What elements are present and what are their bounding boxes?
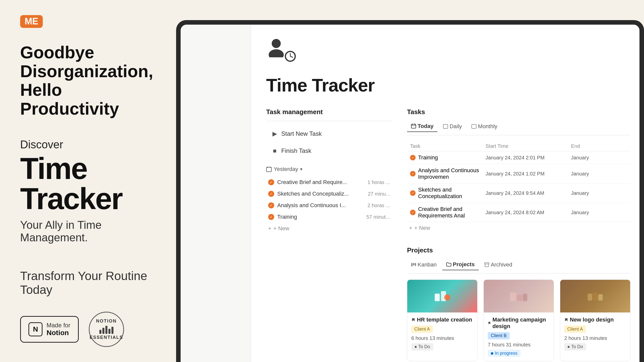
svg-rect-19 [485,264,489,267]
card-client-a2: Client A [564,326,586,333]
chevron-down-icon: ▾ [300,166,302,172]
discover-label: Discover [20,138,156,151]
status-dot [491,352,493,355]
project-card-hr[interactable]: HR template creation Client A 6 hours 13… [407,280,477,361]
made-for-notion-badge: N Made for Notion [20,316,79,343]
card-body-logo: New logo design Client A 2 hours 13 minu… [560,312,630,354]
bookmark-icon [411,318,415,322]
task-duration: 1 horas ... [368,179,390,185]
new-yesterday-button[interactable]: + + New [266,223,392,234]
task-name-cell: Creative Brief and Requirements Anal [418,206,486,219]
bookmark-icon [488,321,491,325]
essentials-notion-text: NOTION [96,319,117,324]
app-header [266,37,624,62]
task-name: Analysis and Continuous I... [277,202,365,209]
avatar-clock-icon [284,50,296,62]
tab-today[interactable]: Today [407,121,437,132]
card-status-hr: ● To Do [411,343,433,350]
projects-grid: HR template creation Client A 6 hours 13… [407,280,630,361]
left-column: Task management ▶ Start New Task ■ Finis… [266,108,392,361]
projects-header: Projects [407,246,630,254]
finish-task-button[interactable]: ■ Finish Task [266,143,392,158]
table-header: Task Start Time End [407,141,630,151]
tab-daily[interactable]: Daily [439,121,466,132]
project-card-logo[interactable]: New logo design Client A 2 hours 13 minu… [560,280,630,361]
archived-label: Archived [491,261,512,268]
left-panel: ME Goodbye Disorganization, Hello Produc… [0,0,176,362]
bookmark-icon [564,318,568,322]
end-time-cell: January [571,171,627,177]
finish-task-label: Finish Task [281,147,311,154]
daily-icon [443,124,448,129]
list-item: ✓ Sketches and Conceptualiz... 27 minu..… [266,188,392,200]
table-row: ✓ Training January 24, 2024 2:01 PM Janu… [407,151,630,164]
check-icon: ✓ [410,171,416,176]
svg-point-22 [444,294,450,300]
tasks-header: Tasks [407,108,630,116]
calendar-icon [266,166,272,172]
task-duration: 27 minu... [368,191,390,197]
tagline: Your Ally in Time Management. [20,219,156,244]
yesterday-header[interactable]: Yesterday ▾ [266,166,392,172]
product-name: Time Tracker [20,153,156,214]
svg-rect-23 [510,292,516,301]
tab-daily-label: Daily [450,123,462,130]
notion-n-icon: N [28,322,43,336]
right-column: Tasks Today [407,108,630,361]
essentials-label: ESSENTIALS [90,335,123,340]
proj-tab-projects[interactable]: Projects [442,259,479,270]
avatar-container [266,37,296,62]
col-start-header: Start Time [486,143,571,149]
start-time-column-label: Start Time [486,143,508,149]
logo-thumb-art [585,289,605,304]
app-title: Time Tracker [266,75,624,96]
svg-rect-25 [523,294,527,301]
task-check-icon: ✓ [268,191,274,197]
svg-rect-24 [517,295,522,301]
list-item: ✓ Analysis and Continuous I... 2 horas .… [266,200,392,211]
play-icon: ▶ [271,130,278,137]
list-item: ✓ Creative Brief and Require... 1 horas … [266,176,392,188]
card-thumbnail-logo [560,280,630,312]
new-task-label: + New [414,225,430,231]
card-hours-hr: 6 hours 13 minutes [411,335,473,341]
card-status-marketing: In progress [488,350,520,357]
proj-tab-archived[interactable]: Archived [480,259,516,270]
svg-rect-16 [413,263,414,265]
yesterday-label: Yesterday [274,166,298,172]
monthly-icon [471,124,476,129]
check-icon: ✓ [410,210,416,215]
card-hours-marketing: 7 hours 31 minutes [488,342,550,348]
notion-essentials-badge: NOTION ESSENTIALS [89,312,124,347]
badges: N Made for Notion NOTION ESSENTIALS [20,312,156,347]
list-item: ✓ Training 57 minut... [266,211,392,223]
task-name-cell: Analysis and Continuous Improvemen [418,167,486,180]
svg-rect-27 [593,292,598,301]
new-label: + New [273,225,289,232]
sidebar-nav [181,25,251,362]
notion-app: Time Tracker Task management ▶ Start New… [181,25,639,362]
task-check-icon: ✓ [268,179,274,185]
tasks-tabs: Today Daily [407,121,630,135]
project-card-marketing[interactable]: Marketing campaign design Client B 7 hou… [484,280,554,361]
start-new-task-button[interactable]: ▶ Start New Task [266,126,392,141]
svg-rect-28 [598,294,603,301]
svg-rect-9 [411,124,416,128]
proj-tab-kanban[interactable]: Kanban [407,259,441,270]
made-for-label: Made for [47,322,70,329]
new-task-button[interactable]: + + New [407,222,630,234]
svg-rect-17 [415,263,416,266]
task-name-cell: Training [418,154,438,161]
logo-text: ME [25,16,38,27]
end-column-label: End [571,143,580,149]
section-divider [266,121,392,121]
start-time-cell: January 24, 2024 9:54 AM [486,190,571,196]
stop-icon: ■ [271,147,278,154]
tab-monthly[interactable]: Monthly [467,121,501,132]
folder-icon [446,262,451,267]
task-management-label: Task management [266,108,392,116]
task-duration: 57 minut... [367,214,390,220]
task-name: Creative Brief and Require... [277,179,365,186]
task-column-label: Task [410,143,420,149]
card-thumbnail-marketing [484,280,554,312]
